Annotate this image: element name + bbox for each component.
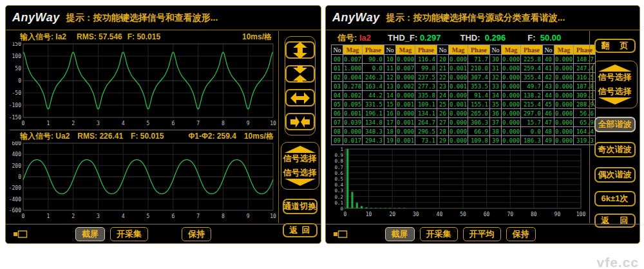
harmonic-mag: 0.004 — [343, 73, 362, 81]
harmonic-phase: 306.3 — [468, 118, 489, 126]
svg-text:-600: -600 — [9, 208, 21, 214]
harmonic-mag: 0.000 — [502, 100, 520, 108]
col-header-mag: Mag — [343, 45, 362, 54]
ch2-timebase: 10ms/格 — [244, 131, 274, 142]
svg-text:0.1: 0.1 — [334, 200, 343, 206]
harmonic-phase: 355.4 — [521, 73, 542, 81]
thd-label: THD: — [460, 33, 480, 43]
signal-select-up-button[interactable]: 信号选择 — [594, 63, 636, 85]
grid — [345, 149, 581, 208]
harmonic-mag: 0.000 — [554, 55, 573, 63]
hold-button[interactable]: 保持 — [182, 227, 211, 241]
harmonic-mag: 0.017 — [343, 136, 362, 144]
signal-select-down-button[interactable]: 信号选择 — [283, 166, 317, 187]
harmonic-no: 28 — [437, 127, 448, 135]
harmonic-no: 42 — [543, 73, 554, 81]
page-turn-button[interactable]: 翻 页 — [594, 39, 636, 53]
battery-icon — [334, 230, 348, 238]
svg-text:-50: -50 — [12, 90, 22, 96]
harmonic-mag: 0.000 — [396, 55, 415, 63]
harmonic-no: 02 — [332, 73, 343, 81]
harmonic-mag: 0.000 — [554, 127, 573, 135]
harmonic-phase: 91.4 — [468, 91, 489, 99]
svg-text:0: 0 — [22, 214, 25, 219]
svg-text:4: 4 — [122, 214, 125, 219]
harmonic-mag: 0.000 — [554, 64, 573, 72]
horizontal-expand-icon — [290, 90, 310, 106]
left-header: AnyWay 提示：按功能键选择信号和查看波形... — [6, 6, 321, 30]
horizontal-compress-button[interactable] — [285, 113, 315, 130]
harmonic-mag: 0.000 — [554, 73, 573, 81]
hold-button[interactable]: 保持 — [506, 227, 536, 241]
ch1-rms: RMS: 57.546 — [77, 32, 122, 41]
harmonic-no: 06 — [332, 109, 343, 117]
signal-select-down-button[interactable]: 信号选择 — [594, 85, 636, 106]
channel-switch-button[interactable]: 通道切换 — [283, 199, 317, 214]
harmonic-phase: 186.3 — [521, 136, 542, 144]
start-acquire-button[interactable]: 开采集 — [420, 227, 458, 241]
svg-text:7: 7 — [196, 121, 200, 126]
grid — [23, 143, 273, 210]
harmonic-no: 35 — [490, 100, 501, 108]
harmonic-phase: 335.8 — [415, 91, 437, 99]
harmonic-phase: 0.0 — [363, 64, 384, 72]
svg-text:100: 100 — [12, 54, 22, 59]
svg-text:40: 40 — [437, 212, 443, 217]
col-header-no: No — [332, 45, 343, 54]
arrow-up-icon — [285, 146, 316, 153]
anyway-logo: AnyWay — [12, 11, 60, 25]
left-bottom-buttons: 截屏 开采集 保持 — [28, 227, 259, 241]
screenshot-button[interactable]: 截屏 — [385, 227, 415, 241]
harmonic-mag: 0.095 — [343, 100, 362, 108]
svg-text:0.8: 0.8 — [334, 158, 343, 164]
harmonic-no: 04 — [332, 91, 343, 99]
vertical-compress-button[interactable] — [285, 65, 315, 83]
harmonic-no: 12 — [384, 73, 395, 81]
svg-text:4: 4 — [122, 121, 125, 126]
signal-select-up-button[interactable]: 信号选择 — [283, 144, 317, 166]
harmonic-phase: 307.4 — [468, 73, 489, 81]
svg-text:8: 8 — [222, 214, 225, 219]
svg-text:50: 50 — [460, 212, 466, 217]
freq-value: 50.00 — [540, 33, 562, 43]
right-bottom-bar: 截屏 开采集 开平均 保持 — [326, 224, 639, 243]
channel2-info-row: 输入信号: Ua2 RMS: 226.41 F: 50.015 Φ1-Φ2: 2… — [20, 131, 272, 141]
harmonic-phase: 90.0 — [363, 55, 384, 63]
harmonic-mag: 0.000 — [554, 100, 573, 108]
screenshot-button[interactable]: 截屏 — [75, 227, 105, 241]
harmonic-phase: 264.7 — [415, 118, 437, 126]
svg-text:30: 30 — [413, 212, 419, 217]
all-harmonics-button[interactable]: 全部谐波 — [594, 117, 636, 132]
ch1-timebase: 10ms/格 — [242, 32, 272, 43]
harmonic-spectrum-chart: 10.90.80.70.60.50.40.30.20.1001020304050… — [328, 146, 586, 221]
svg-text:0: 0 — [18, 78, 21, 84]
col-header-mag: Mag — [396, 45, 415, 54]
svg-text:7: 7 — [196, 214, 200, 219]
harmonic-no: 43 — [543, 82, 554, 90]
harmonic-phase: 155.1 — [468, 100, 489, 108]
left-tip-text: 提示：按功能键选择信号和查看波形... — [66, 12, 218, 24]
svg-text:6: 6 — [171, 121, 175, 126]
odd-harmonics-button[interactable]: 奇次谐波 — [594, 142, 636, 157]
harmonic-no: 26 — [437, 109, 448, 117]
col-header-mag: Mag — [502, 45, 520, 54]
harmonic-mag: 0.000 — [502, 91, 520, 99]
six-k-harmonics-button[interactable]: 6k±1次 — [594, 191, 636, 206]
svg-text:20: 20 — [389, 212, 395, 217]
svg-text:3: 3 — [97, 214, 100, 219]
svg-text:80: 80 — [531, 212, 537, 217]
harmonic-phase: 109.8 — [468, 136, 489, 144]
vertical-expand-button[interactable] — [285, 41, 315, 59]
harmonic-mag: 0.000 — [502, 127, 520, 135]
svg-text:3: 3 — [97, 121, 100, 126]
svg-text:5: 5 — [147, 121, 150, 126]
svg-text:9: 9 — [247, 214, 250, 219]
harmonic-mag: 0.002 — [343, 91, 362, 99]
horizontal-expand-button[interactable] — [285, 89, 315, 106]
ch2-rms: RMS: 226.41 — [77, 132, 123, 141]
left-function-keys: 信号选择 信号选择 通道切换 返 回 — [278, 31, 321, 223]
harmonic-mag: 0.001 — [449, 100, 468, 108]
even-harmonics-button[interactable]: 偶次谐波 — [594, 167, 636, 183]
start-average-button[interactable]: 开平均 — [463, 227, 501, 241]
start-acquire-button[interactable]: 开采集 — [110, 227, 148, 241]
